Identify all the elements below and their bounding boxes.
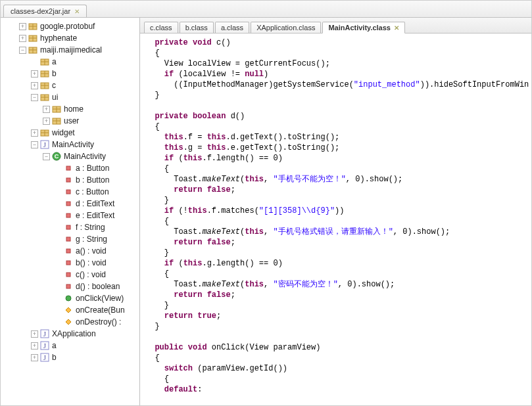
tree-item[interactable]: −JMainActivity <box>1 139 139 150</box>
twisty-spacer <box>55 165 62 172</box>
svg-text:J: J <box>43 141 46 148</box>
collapse-icon[interactable]: − <box>31 141 38 148</box>
tree-item[interactable]: onDestroy() : <box>1 316 139 328</box>
editor-tab[interactable]: a.class <box>215 22 249 33</box>
expand-icon[interactable]: + <box>31 354 38 361</box>
tree-item[interactable]: −maiji.maijimedical <box>1 44 139 56</box>
twisty-spacer <box>55 248 62 255</box>
package-tree[interactable]: +google.protobuf+hyphenate−maiji.maijime… <box>1 18 140 405</box>
svg-rect-35 <box>66 178 70 182</box>
editor-tab-label: XApplication.class <box>256 24 315 32</box>
svg-text:C: C <box>55 153 59 160</box>
tree-item-label: MainActivity <box>64 152 106 161</box>
java-icon: J <box>39 340 50 351</box>
twisty-spacer <box>55 259 62 267</box>
pkg-icon <box>51 104 62 114</box>
tree-item[interactable]: −CMainActivity <box>1 150 139 162</box>
tree-item-label: e : EditText <box>76 211 114 220</box>
twisty-spacer <box>55 200 62 208</box>
fld-icon <box>63 175 74 185</box>
tree-item[interactable]: c() : void <box>1 269 139 281</box>
collapse-icon[interactable]: − <box>31 94 38 101</box>
twisty-spacer <box>55 283 62 290</box>
svg-rect-42 <box>66 261 70 265</box>
tree-item[interactable]: +c <box>1 79 139 91</box>
close-icon[interactable]: ✕ <box>394 24 399 32</box>
code-editor[interactable]: private void c() { View localView = getC… <box>140 34 531 405</box>
project-tab[interactable]: classes-dex2jar.jar ✕ <box>3 5 87 17</box>
expand-icon[interactable]: + <box>31 82 38 89</box>
tree-item[interactable]: +Jb <box>1 351 139 363</box>
editor-tab[interactable]: b.class <box>180 22 214 33</box>
tree-item-label: ui <box>52 93 58 102</box>
expand-icon[interactable]: + <box>31 330 38 338</box>
tree-item[interactable]: b : Button <box>1 174 139 186</box>
pkg-icon <box>39 127 50 138</box>
twisty-spacer <box>55 319 62 326</box>
close-icon[interactable]: ✕ <box>74 8 80 15</box>
svg-rect-40 <box>66 237 70 241</box>
svg-text:J: J <box>43 330 46 338</box>
expand-icon[interactable]: + <box>31 70 38 78</box>
expand-icon[interactable]: + <box>31 129 38 137</box>
cls-icon: C <box>51 151 62 162</box>
editor-tab[interactable]: XApplication.class <box>251 22 321 33</box>
svg-text:J: J <box>43 342 46 350</box>
tree-item[interactable]: +widget <box>1 127 139 139</box>
twisty-spacer <box>55 224 62 231</box>
tree-item[interactable]: e : EditText <box>1 210 139 221</box>
tree-item[interactable]: −ui <box>1 91 139 103</box>
mtd-icon <box>63 258 74 268</box>
tree-item[interactable]: a <box>1 56 139 68</box>
twisty-spacer <box>55 189 62 196</box>
tree-item[interactable]: g : String <box>1 233 139 245</box>
tree-item[interactable]: +b <box>1 68 139 79</box>
editor-area: c.classb.classa.classXApplication.classM… <box>140 18 531 405</box>
twisty-spacer <box>55 271 62 279</box>
collapse-icon[interactable]: − <box>19 47 26 54</box>
mov-icon <box>63 305 74 315</box>
expand-icon[interactable]: + <box>19 35 26 42</box>
tree-item[interactable]: +hyphenate <box>1 32 139 44</box>
tree-item[interactable]: +user <box>1 115 139 127</box>
svg-rect-36 <box>66 190 70 194</box>
tree-item[interactable]: d : EditText <box>1 198 139 210</box>
expand-icon[interactable]: + <box>19 23 26 30</box>
tree-item[interactable]: c : Button <box>1 186 139 198</box>
pkg-icon <box>39 80 50 91</box>
tree-item[interactable]: a() : void <box>1 245 139 257</box>
pkg-icon <box>39 92 50 102</box>
tree-item-label: MainActivity <box>52 140 94 149</box>
java-icon: J <box>39 352 50 363</box>
tree-item[interactable]: +Ja <box>1 340 139 351</box>
tree-item-label: a <box>52 341 57 350</box>
twisty-spacer <box>55 212 62 219</box>
tree-item[interactable]: b() : void <box>1 257 139 269</box>
expand-icon[interactable]: + <box>31 342 38 350</box>
expand-icon[interactable]: + <box>43 118 50 125</box>
svg-rect-39 <box>66 225 70 229</box>
expand-icon[interactable]: + <box>43 106 50 113</box>
tree-item[interactable]: onClick(View) <box>1 292 139 304</box>
twisty-spacer <box>31 58 38 66</box>
tree-item[interactable]: onCreate(Bun <box>1 304 139 316</box>
collapse-icon[interactable]: − <box>43 153 50 160</box>
tree-item-label: a : Button <box>76 164 109 173</box>
editor-tab[interactable]: c.class <box>144 22 178 33</box>
tree-item[interactable]: +google.protobuf <box>1 20 139 32</box>
tree-item-label: user <box>64 116 79 125</box>
tree-item[interactable]: f : String <box>1 221 139 233</box>
mov-icon <box>63 317 74 327</box>
svg-point-45 <box>66 296 71 301</box>
tree-item[interactable]: +JXApplication <box>1 328 139 340</box>
editor-tab-label: MainActivity.class <box>328 24 391 32</box>
tree-item[interactable]: +home <box>1 103 139 115</box>
pkg-icon <box>39 56 50 67</box>
pkg-icon <box>51 116 62 126</box>
tree-item[interactable]: d() : boolean <box>1 281 139 292</box>
tree-item[interactable]: a : Button <box>1 162 139 174</box>
twisty-spacer <box>55 236 62 243</box>
editor-tab[interactable]: MainActivity.class✕ <box>322 22 405 34</box>
mtd-icon <box>63 269 74 280</box>
top-tab-bar: classes-dex2jar.jar ✕ <box>1 1 531 18</box>
